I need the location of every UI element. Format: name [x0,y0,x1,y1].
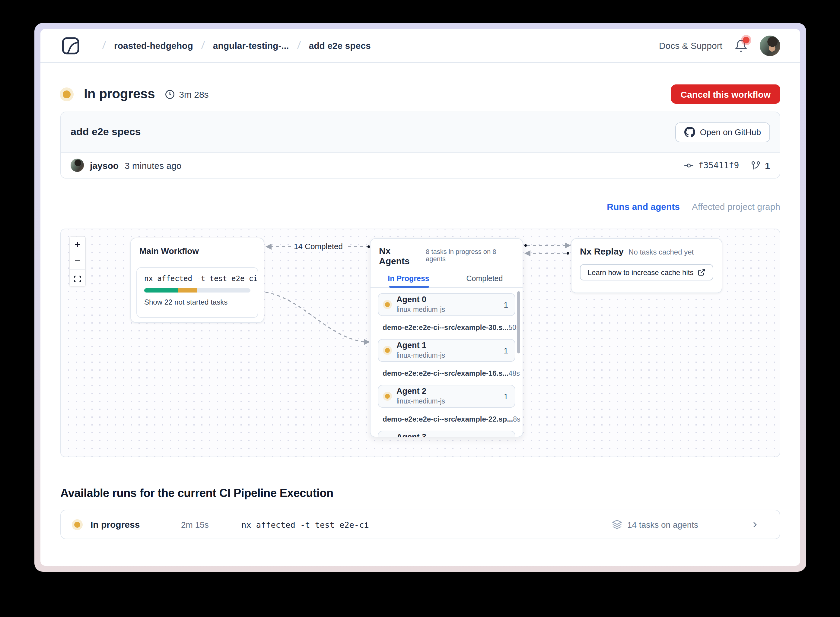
nx-agents-node[interactable]: Nx Agents 8 tasks in progress on 8 agent… [370,238,523,437]
workflow-status-row: In progress 3m 28s Cancel this workflow [60,84,780,104]
commit-sha[interactable]: f35411f9 [698,161,739,170]
agent-name: Agent 0 [396,295,445,306]
nx-replay-subtitle: No tasks cached yet [629,248,694,256]
workflow-status-title: In progress [84,86,155,102]
external-link-icon [698,269,705,276]
nx-replay-node[interactable]: Nx Replay No tasks cached yet Learn how … [571,238,722,293]
author-avatar [71,159,84,172]
task-name: demo-e2e:e2e-ci--src/example-22.sp... [383,415,513,424]
agent-status-dot [385,348,390,353]
agent-status-dot [385,302,390,307]
task-duration: 8s [513,416,520,423]
run-status-dot [74,521,80,527]
commit-time-ago: 3 minutes ago [124,160,181,170]
agent-name: Agent 3 [396,433,445,437]
top-bar: / roasted-hedgehog / angular-testing-...… [40,29,800,63]
agent-name: Agent 2 [396,387,445,397]
breadcrumb-workspace[interactable]: roasted-hedgehog [114,40,193,51]
workflow-duration: 3m 28s [179,89,209,99]
task-duration: 48s [509,370,520,377]
agent-status-dot [385,394,390,399]
zoom-out-button[interactable]: − [70,253,85,270]
agents-tabs: In Progress Completed [371,270,523,288]
agent-task-count: 1 [504,346,508,355]
notifications-bell-icon[interactable] [734,39,748,52]
agent-runtime: linux-medium-js [396,397,445,406]
agent-task-count: 1 [504,392,508,401]
agent-task-row[interactable]: demo-e2e:e2e-ci--src/example-16.s... 48s [378,367,515,380]
run-command: nx affected -t test e2e-ci [241,520,369,529]
task-name: demo-e2e:e2e-ci--src/example-16.s... [383,369,509,378]
graph-zoom-controls: + − [70,236,86,286]
zoom-in-button[interactable]: + [70,237,85,253]
view-tabs: Runs and agents Affected project graph [60,200,780,212]
chevron-right-icon[interactable] [750,520,760,529]
agent-card[interactable]: Agent 3 linux-medium-js 1 [378,431,515,437]
nx-agents-title: Nx Agents [379,245,421,266]
git-branch-icon [750,160,761,170]
breadcrumb-workflow[interactable]: add e2e specs [309,40,371,51]
agents-tab-completed[interactable]: Completed [447,270,523,287]
increase-cache-hits-button[interactable]: Learn how to increase cache hits [580,264,713,280]
open-on-github-label: Open on GitHub [700,127,761,137]
agent-task-row[interactable]: demo-e2e:e2e-ci--src/example-30.s... 50s [378,321,515,334]
user-avatar[interactable] [760,35,780,56]
branch-count: 1 [765,160,770,170]
fit-view-button[interactable] [70,270,85,286]
run-tasks-label: 14 tasks on agents [627,520,698,529]
increase-cache-hits-label: Learn how to increase cache hits [588,268,694,276]
main-workflow-node[interactable]: Main Workflow nx affected -t test e2e-ci… [130,238,264,323]
agent-card[interactable]: Agent 0 linux-medium-js 1 [378,293,515,316]
github-icon [684,127,695,137]
commit-card: add e2e specs Open on GitHub j [60,112,780,179]
agent-card[interactable]: Agent 2 linux-medium-js 1 [378,385,515,408]
agent-runtime: linux-medium-js [396,306,445,314]
completed-edge-label: 14 Completed [291,242,346,251]
docs-support-link[interactable]: Docs & Support [659,40,722,51]
breadcrumb-separator: / [201,39,205,52]
progress-in-progress-segment [178,288,197,292]
agents-list[interactable]: Agent 0 linux-medium-js 1 demo-e2e:e2e-c… [371,288,523,437]
run-row[interactable]: In progress 2m 15s nx affected -t test e… [60,510,780,539]
run-status-label: In progress [90,519,181,530]
main-workflow-title: Main Workflow [139,246,258,256]
nx-agents-subtitle: 8 tasks in progress on 8 agents [426,248,514,262]
main-workflow-command: nx affected -t test e2e-ci [144,275,250,283]
status-in-progress-dot [63,90,71,98]
agent-task-count: 1 [504,300,508,309]
agent-task-row[interactable]: demo-e2e:e2e-ci--src/example-22.sp... 8s [378,413,515,426]
breadcrumb-branch[interactable]: angular-testing-... [213,40,289,51]
progress-completed-segment [144,288,178,292]
agent-card[interactable]: Agent 1 linux-medium-js 1 [378,339,515,362]
breadcrumb-separator: / [297,39,301,52]
task-name: demo-e2e:e2e-ci--src/example-30.s... [383,323,509,332]
main-workflow-progress-bar [144,288,250,292]
expand-icon [74,274,81,282]
breadcrumb-separator: / [102,39,106,52]
clock-icon [164,89,175,99]
breadcrumb: / roasted-hedgehog / angular-testing-...… [103,39,371,52]
main-workflow-task-card[interactable]: nx affected -t test e2e-ci Show 22 not s… [136,267,258,318]
tab-runs-and-agents[interactable]: Runs and agents [607,201,680,211]
cancel-workflow-button[interactable]: Cancel this workflow [671,84,780,104]
notification-badge [743,37,750,43]
run-duration: 2m 15s [181,520,241,529]
tab-affected-project-graph[interactable]: Affected project graph [692,201,780,211]
layers-icon [612,519,623,530]
open-on-github-button[interactable]: Open on GitHub [675,122,770,142]
nx-cloud-logo-icon[interactable] [60,35,81,56]
git-commit-icon [684,160,694,170]
agents-tab-in-progress[interactable]: In Progress [371,270,447,287]
workflow-graph-panel: + − 14 Completed Main [60,229,780,457]
show-not-started-tasks-link[interactable]: Show 22 not started tasks [144,298,250,306]
nx-replay-title: Nx Replay [580,246,624,256]
app-window: / roasted-hedgehog / angular-testing-...… [34,23,806,572]
agents-scrollbar[interactable] [517,291,520,353]
agent-name: Agent 1 [396,341,445,351]
agent-runtime: linux-medium-js [396,351,445,360]
commit-author: jaysoo [90,160,118,170]
available-runs-heading: Available runs for the current CI Pipeli… [60,487,780,500]
commit-title: add e2e specs [71,126,141,138]
